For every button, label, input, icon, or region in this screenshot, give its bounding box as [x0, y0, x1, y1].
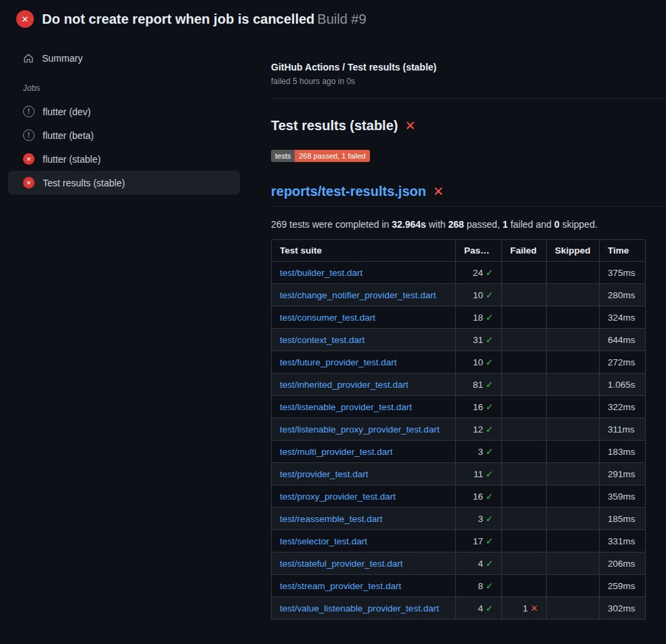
- cell-skipped: [547, 374, 600, 396]
- count-value: 17: [473, 536, 486, 546]
- cell-test-suite: test/change_notifier_provider_test.dart: [272, 284, 456, 306]
- cell-failed: [502, 575, 547, 597]
- main-content: GitHub Actions / Test results (stable) f…: [264, 35, 666, 620]
- test-suite-link[interactable]: test/inherited_provider_test.dart: [280, 380, 409, 390]
- check-icon: ✓: [486, 424, 493, 435]
- cell-passed: 17 ✓: [456, 530, 502, 552]
- summary-failed-count: 1: [503, 219, 508, 230]
- table-row: test/reassemble_test.dart3 ✓185ms: [272, 508, 646, 530]
- test-suite-link[interactable]: test/provider_test.dart: [280, 469, 369, 479]
- cell-passed: 3 ✓: [456, 441, 502, 463]
- section-title-row: Test results (stable) ✕: [271, 118, 666, 134]
- cell-failed: [502, 485, 547, 508]
- cell-time: 359ms: [600, 485, 646, 508]
- column-header-test-suite: Test suite: [272, 240, 456, 262]
- sidebar-item-summary[interactable]: Summary: [8, 47, 240, 70]
- cell-time: 1.065s: [600, 374, 646, 396]
- table-row: test/provider_test.dart11 ✓291ms: [272, 463, 646, 485]
- badge-value: 268 passed, 1 failed: [295, 150, 369, 162]
- jobs-list: !flutter (dev)!flutter (beta)✕flutter (s…: [8, 100, 240, 195]
- cell-time: 324ms: [600, 306, 646, 329]
- cell-passed: 31 ✓: [456, 329, 502, 351]
- table-row: test/selector_test.dart17 ✓331ms: [272, 530, 646, 552]
- cell-passed: 12 ✓: [456, 418, 502, 441]
- table-row: test/stream_provider_test.dart8 ✓259ms: [272, 575, 646, 597]
- column-header-passed: Passed: [456, 240, 502, 262]
- cell-failed: [502, 396, 547, 418]
- test-suite-link[interactable]: test/reassemble_test.dart: [280, 514, 383, 524]
- table-row: test/future_provider_test.dart10 ✓272ms: [272, 351, 646, 374]
- cell-failed: [502, 306, 547, 329]
- count-value: 16: [473, 402, 486, 412]
- test-suite-link[interactable]: test/builder_test.dart: [280, 268, 362, 278]
- check-icon: ✓: [486, 491, 493, 502]
- home-icon: [23, 53, 34, 64]
- test-suite-link[interactable]: test/consumer_test.dart: [280, 313, 375, 323]
- test-suite-link[interactable]: test/stateful_provider_test.dart: [280, 559, 403, 569]
- cell-test-suite: test/inherited_provider_test.dart: [272, 374, 456, 396]
- sidebar-item-job[interactable]: !flutter (dev): [8, 100, 240, 123]
- test-suite-link[interactable]: test/listenable_provider_test.dart: [280, 402, 412, 412]
- section-title: Test results (stable): [271, 118, 398, 134]
- cell-skipped: [547, 463, 600, 485]
- test-suite-link[interactable]: test/change_notifier_provider_test.dart: [280, 290, 436, 300]
- check-icon: ✓: [486, 536, 493, 546]
- count-value: 4: [478, 603, 485, 613]
- sidebar-summary-label: Summary: [42, 53, 83, 64]
- check-icon: ✓: [486, 268, 493, 278]
- report-file-link[interactable]: reports/test-results.json: [271, 184, 426, 199]
- cell-test-suite: test/future_provider_test.dart: [272, 351, 456, 374]
- check-icon: ✓: [486, 290, 493, 300]
- cell-passed: 11 ✓: [456, 463, 502, 485]
- failed-x-circle-icon: ✕: [23, 153, 35, 165]
- cell-test-suite: test/context_test.dart: [272, 329, 456, 351]
- count-value: 1: [522, 603, 530, 613]
- neutral-status-icon: !: [23, 106, 35, 117]
- summary-text: with: [426, 219, 449, 230]
- test-suite-link[interactable]: test/listenable_proxy_provider_test.dart: [280, 424, 440, 435]
- sidebar-item-job[interactable]: ✕flutter (stable): [8, 147, 240, 171]
- cell-skipped: [547, 396, 600, 418]
- test-suite-link[interactable]: test/selector_test.dart: [280, 536, 367, 546]
- cell-passed: 10 ✓: [456, 284, 502, 306]
- cell-failed: [502, 530, 547, 552]
- test-suite-link[interactable]: test/multi_provider_test.dart: [280, 447, 393, 457]
- job-label: flutter (dev): [43, 106, 91, 117]
- test-suite-link[interactable]: test/stream_provider_test.dart: [280, 581, 401, 591]
- sidebar-item-job[interactable]: ✕Test results (stable): [8, 171, 240, 195]
- sidebar-item-job[interactable]: !flutter (beta): [8, 123, 240, 147]
- run-build-number: Build #9: [317, 12, 366, 27]
- table-row: test/value_listenable_provider_test.dart…: [272, 597, 646, 620]
- test-suite-link[interactable]: test/context_test.dart: [280, 335, 365, 345]
- cell-passed: 24 ✓: [456, 262, 502, 284]
- check-icon: ✓: [486, 559, 493, 569]
- cell-test-suite: test/value_listenable_provider_test.dart: [272, 597, 456, 620]
- divider: [271, 98, 666, 99]
- test-suite-link[interactable]: test/proxy_provider_test.dart: [280, 491, 396, 502]
- table-row: test/consumer_test.dart18 ✓324ms: [272, 306, 646, 329]
- count-value: 16: [473, 491, 486, 502]
- cell-passed: 10 ✓: [456, 351, 502, 374]
- table-row: test/builder_test.dart24 ✓375ms: [272, 262, 646, 284]
- table-row: test/listenable_proxy_provider_test.dart…: [272, 418, 646, 441]
- cell-failed: 1 ✕: [502, 597, 547, 620]
- check-icon: ✓: [486, 581, 493, 591]
- sidebar: Summary Jobs !flutter (dev)!flutter (bet…: [0, 35, 264, 195]
- cell-failed: [502, 351, 547, 374]
- cell-time: 331ms: [600, 530, 646, 552]
- cell-time: 311ms: [600, 418, 646, 441]
- column-header-time: Time: [600, 240, 646, 262]
- failed-x-circle-icon: ✕: [23, 177, 35, 188]
- test-suite-link[interactable]: test/value_listenable_provider_test.dart: [280, 603, 439, 613]
- check-icon: ✓: [486, 335, 493, 345]
- job-label: flutter (beta): [43, 130, 93, 141]
- check-icon: ✓: [486, 402, 493, 412]
- table-row: test/context_test.dart31 ✓644ms: [272, 329, 646, 351]
- count-value: 10: [473, 290, 486, 300]
- cell-time: 291ms: [600, 463, 646, 485]
- cell-skipped: [547, 418, 600, 441]
- count-value: 11: [474, 469, 486, 479]
- table-row: test/inherited_provider_test.dart81 ✓1.0…: [272, 374, 646, 396]
- test-suite-link[interactable]: test/future_provider_test.dart: [280, 357, 397, 367]
- cell-time: 185ms: [600, 508, 646, 530]
